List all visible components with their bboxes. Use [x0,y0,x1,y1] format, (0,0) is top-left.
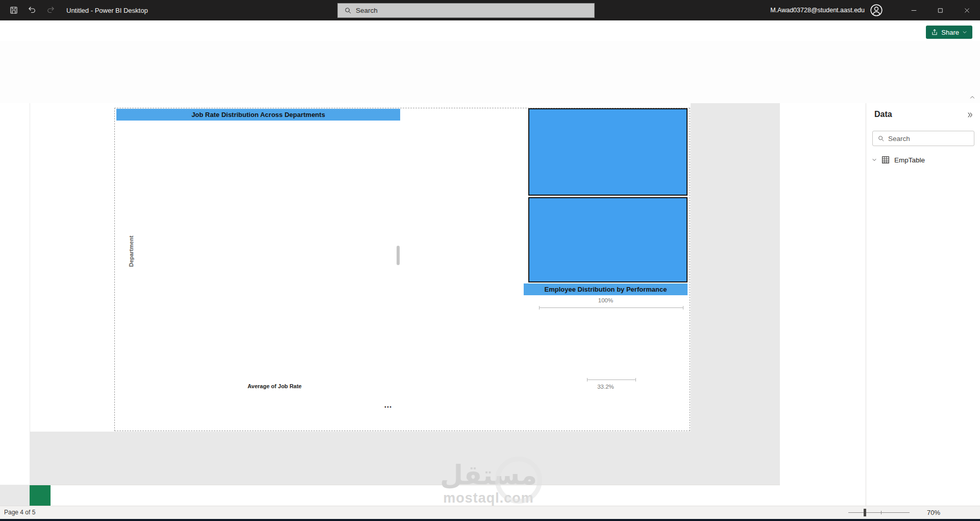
maximize-button[interactable] [927,0,953,20]
maximize-icon [937,7,944,14]
focus-mode-icon[interactable] [368,400,377,410]
share-label: Share [941,29,959,36]
years-slicer[interactable] [528,197,688,282]
previous-page-arrow-icon[interactable] [81,491,89,500]
powerbi-desktop-window: Untitled - Power BI Desktop Search M.Awa… [0,0,980,521]
data-pane-title: Data [874,110,892,119]
funnel-title: Employee Distribution by Performance [524,283,688,295]
status-bar: Page 4 of 5 70% [0,506,980,519]
funnel-top-bracket [539,306,683,310]
zoom-slider-tick [881,511,881,514]
funnel-chart-visual[interactable]: Employee Distribution by Performance 100… [524,283,688,400]
funnel-top-percent: 100% [524,297,688,303]
more-options-icon[interactable]: … [384,402,393,408]
search-icon [344,7,352,14]
screen-bottom-edge [0,519,980,521]
close-button[interactable] [953,0,980,20]
country-slicer[interactable] [528,108,688,196]
funnel-bottom-bracket [587,378,636,382]
menu-bar: Share [0,20,980,41]
collapse-ribbon-icon[interactable] [969,94,976,101]
mobile-layout-icon[interactable] [54,489,65,501]
zoom-slider[interactable] [848,512,910,513]
bar-chart-title: Job Rate Distribution Across Departments [116,109,400,121]
visual-hover-toolbar: … [351,400,393,410]
visual-scrollbar[interactable] [397,246,400,265]
share-icon [931,29,938,36]
zoom-control: 70% [837,506,980,519]
new-page-button[interactable] [30,485,51,506]
table-emptable[interactable]: EmpTable [866,153,980,167]
minimize-icon [910,7,918,14]
title-bar: Untitled - Power BI Desktop Search M.Awa… [0,0,980,20]
table-icon [881,155,890,164]
bar-chart-visual[interactable]: Job Rate Distribution Across Departments… [116,109,400,396]
chevron-down-icon [962,30,967,35]
ribbon [0,41,980,104]
fit-to-page-icon[interactable] [950,508,959,517]
share-button[interactable]: Share [926,26,972,39]
account-area: M.Awad03728@student.aast.edu [770,0,883,20]
zoom-in-icon[interactable] [914,508,922,516]
redo-icon[interactable] [46,6,55,15]
bar-chart-plot: Department Average of Job Rate [116,121,400,396]
search-placeholder: Search [356,7,378,14]
fields-search-input[interactable]: Search [872,131,974,146]
plus-icon [36,492,44,500]
funnel-bottom-percent: 33.2% [524,384,688,390]
data-pane: Data Search EmpTable [866,103,980,506]
window-title: Untitled - Power BI Desktop [66,7,148,14]
avatar[interactable] [870,4,883,17]
home-navigation-icon[interactable] [124,399,148,423]
next-page-arrow-icon[interactable] [95,491,103,500]
undo-icon[interactable] [28,6,37,15]
x-axis-title: Average of Job Rate [193,383,356,389]
filter-funnel-icon[interactable] [351,400,360,410]
search-icon [877,135,885,142]
page-indicator: Page 4 of 5 [4,509,35,516]
collapse-data-pane-icon[interactable] [966,111,974,119]
chevron-down-icon[interactable] [871,157,877,163]
save-icon[interactable] [9,6,18,15]
global-search-input[interactable]: Search [337,3,595,18]
collapsed-panes [780,103,866,506]
zoom-slider-handle[interactable] [864,509,866,516]
table-name: EmpTable [894,156,925,164]
page-tab-bar [30,485,780,506]
minimize-button[interactable] [900,0,927,20]
zoom-percent[interactable]: 70% [927,509,940,516]
account-email: M.Awad03728@student.aast.edu [770,7,865,14]
zoom-out-icon[interactable] [837,508,844,515]
fields-search-placeholder: Search [888,135,910,143]
y-axis-title: Department [128,235,134,267]
report-canvas: Job Rate Distribution Across Departments… [30,103,780,485]
view-switcher-rail [0,103,30,485]
close-icon [963,7,971,14]
